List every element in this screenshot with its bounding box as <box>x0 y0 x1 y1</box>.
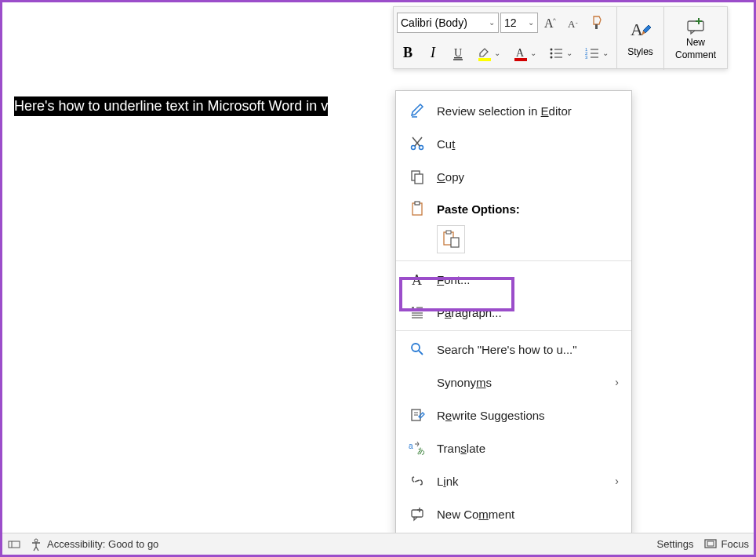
status-focus-label: Focus <box>721 538 749 550</box>
italic-button[interactable]: I <box>422 42 444 64</box>
svg-text:あ: あ <box>417 446 425 455</box>
svg-point-28 <box>420 146 423 150</box>
new-comment-label-2: Comment <box>675 49 716 60</box>
rewrite-icon <box>409 406 426 424</box>
menu-paragraph[interactable]: Paragraph... <box>396 296 631 329</box>
svg-point-14 <box>551 56 553 58</box>
font-name-select[interactable]: Calibri (Body) ⌄ <box>397 13 499 33</box>
svg-text:^: ^ <box>553 16 556 24</box>
menu-divider <box>396 260 631 261</box>
new-comment-button[interactable]: New Comment <box>664 7 727 70</box>
font-color-button[interactable]: A ⌄ <box>508 41 541 66</box>
menu-synonyms[interactable]: Synonyms › <box>396 366 631 399</box>
menu-rewrite-label: Rewrite Suggestions <box>437 409 545 422</box>
search-icon <box>409 340 426 358</box>
svg-point-46 <box>412 344 420 351</box>
translate-icon: aあ <box>409 439 426 457</box>
underline-button[interactable]: U <box>447 42 469 64</box>
menu-paragraph-label: Paragraph... <box>437 306 502 319</box>
blank-icon <box>409 373 426 391</box>
svg-rect-4 <box>595 24 598 29</box>
font-size-select[interactable]: 12 ⌄ <box>500 13 538 33</box>
numbering-button[interactable]: 1 2 3 ⌄ <box>580 41 613 66</box>
paste-options-row <box>396 224 631 259</box>
mini-toolbar-row1: Calibri (Body) ⌄ 12 ⌄ A ^ A ˇ <box>394 7 616 38</box>
svg-rect-7 <box>478 58 491 61</box>
svg-text:A: A <box>631 20 643 39</box>
status-settings[interactable]: Settings <box>657 538 694 550</box>
menu-font[interactable]: A Font... <box>396 263 631 296</box>
menu-rewrite[interactable]: Rewrite Suggestions <box>396 399 631 431</box>
new-comment-label-1: New <box>686 37 705 48</box>
increase-font-button[interactable]: A ^ <box>540 12 562 34</box>
selected-text[interactable]: Here's how to underline text in Microsof… <box>14 96 328 116</box>
menu-translate[interactable]: aあ Translate <box>396 431 631 464</box>
svg-rect-32 <box>415 174 423 184</box>
styles-label: Styles <box>627 46 653 57</box>
menu-link-label: Link <box>437 475 459 488</box>
svg-point-12 <box>551 52 553 54</box>
menu-search-label: Search "Here's how to u..." <box>437 343 577 356</box>
new-comment-icon <box>409 505 426 522</box>
svg-rect-36 <box>446 231 451 234</box>
svg-text:A: A <box>412 272 422 287</box>
chevron-down-icon: ⌄ <box>602 49 609 57</box>
menu-review-editor[interactable]: Review selection in Editor <box>396 94 631 127</box>
menu-font-label: Font... <box>437 273 471 286</box>
status-accessibility[interactable]: Accessibility: Good to go <box>29 537 158 552</box>
menu-copy[interactable]: Copy <box>396 160 631 193</box>
scissors-icon <box>409 135 426 152</box>
decrease-font-button[interactable]: A ˇ <box>563 12 585 34</box>
highlight-color-button[interactable]: ⌄ <box>472 41 505 66</box>
svg-text:A: A <box>516 47 525 59</box>
font-size-value: 12 <box>504 16 517 29</box>
link-icon <box>409 472 426 490</box>
document-area[interactable]: Here's how to underline text in Microsof… <box>14 96 742 116</box>
paste-keep-source-button[interactable] <box>437 225 465 253</box>
svg-text:ˇ: ˇ <box>576 21 578 28</box>
menu-new-comment-label: New Comment <box>437 508 514 521</box>
mini-toolbar: Calibri (Body) ⌄ 12 ⌄ A ^ A ˇ <box>393 6 728 69</box>
status-left: Accessibility: Good to go <box>7 537 158 552</box>
format-painter-button[interactable] <box>587 12 609 34</box>
menu-review-editor-label: Review selection in Editor <box>437 104 572 118</box>
svg-text:A: A <box>568 18 576 30</box>
status-bar: Accessibility: Good to go Settings Focus <box>2 533 754 555</box>
focus-icon <box>703 538 718 551</box>
svg-text:a: a <box>409 442 413 450</box>
chevron-right-icon: › <box>615 376 619 388</box>
menu-link[interactable]: Link › <box>396 464 631 497</box>
font-a-icon: A <box>409 271 426 288</box>
svg-text:3: 3 <box>585 55 588 60</box>
menu-cut-label: Cut <box>437 137 455 151</box>
svg-rect-53 <box>412 510 423 517</box>
menu-synonyms-label: Synonyms <box>437 376 492 389</box>
chevron-down-icon: ⌄ <box>566 49 572 57</box>
menu-search[interactable]: Search "Here's how to u..." <box>396 333 631 366</box>
menu-paste-options-header: Paste Options: <box>396 193 631 224</box>
menu-cut[interactable]: Cut <box>396 127 631 160</box>
status-accessibility-label: Accessibility: Good to go <box>47 538 158 550</box>
svg-rect-23 <box>688 21 703 31</box>
styles-button[interactable]: A Styles <box>617 7 664 70</box>
menu-paste-options-label: Paste Options: <box>437 202 520 216</box>
menu-new-comment[interactable]: New Comment <box>396 497 631 530</box>
mini-toolbar-left: Calibri (Body) ⌄ 12 ⌄ A ^ A ˇ <box>394 7 617 68</box>
svg-rect-34 <box>415 202 420 205</box>
svg-rect-60 <box>707 541 714 546</box>
svg-point-58 <box>35 539 38 542</box>
status-language[interactable] <box>7 537 21 552</box>
svg-point-10 <box>551 48 553 50</box>
bold-button[interactable]: B <box>397 42 419 64</box>
svg-rect-37 <box>451 238 459 247</box>
bullets-button[interactable]: ⌄ <box>544 41 577 66</box>
accessibility-icon <box>29 537 43 552</box>
status-focus[interactable]: Focus <box>703 538 749 551</box>
status-settings-label: Settings <box>657 538 694 550</box>
svg-rect-9 <box>514 58 527 61</box>
editor-pen-icon <box>409 102 426 119</box>
clipboard-icon <box>409 200 426 217</box>
font-name-value: Calibri (Body) <box>401 16 467 29</box>
menu-translate-label: Translate <box>437 442 485 455</box>
chevron-right-icon: › <box>615 475 619 487</box>
